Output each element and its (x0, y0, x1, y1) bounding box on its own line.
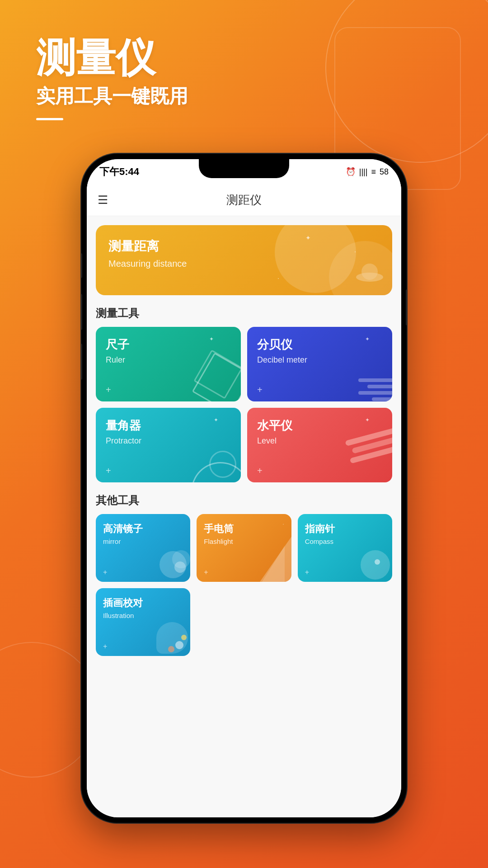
illustration-plus: + (103, 642, 107, 651)
mute-button (81, 253, 82, 278)
mirror-title: 高清镜子 (103, 522, 183, 536)
signal-icon: |||| (359, 167, 368, 177)
wifi-icon: ≡ (371, 167, 376, 177)
flashlight-title: 手电筒 (204, 522, 284, 536)
ruler-card[interactable]: 尺子 Ruler + ✦ (96, 327, 241, 401)
decibel-title: 分贝仪 (257, 337, 382, 353)
decibel-plus: + (257, 385, 263, 395)
flashlight-plus: + (204, 568, 208, 576)
volume-down-button (81, 344, 82, 380)
header-subtitle: 实用工具一键既用 (36, 84, 188, 109)
empty-slot-2 (298, 588, 392, 656)
app-title: 测距仪 (226, 192, 262, 208)
decibel-stripes (358, 376, 392, 401)
protractor-plus: + (106, 466, 111, 476)
volume-up-button (81, 294, 82, 330)
mirror-plus: + (103, 568, 107, 576)
power-button (406, 289, 407, 326)
alarm-icon: ⏰ (346, 167, 356, 177)
compass-icon (361, 550, 390, 580)
flashlight-card[interactable]: 手电筒 Flashlight + · (197, 514, 291, 582)
section-other-tools: 其他工具 (96, 493, 392, 508)
decibel-card[interactable]: 分贝仪 Decibel meter + ✦ (247, 327, 392, 401)
illustration-card[interactable]: 插画校对 Illustration + (96, 588, 190, 656)
banner-star2: · (277, 274, 279, 282)
compass-title: 指南针 (305, 522, 385, 536)
level-plus: + (257, 466, 263, 476)
illustration-sub: Illustration (103, 612, 183, 619)
protractor-sub: Protractor (106, 436, 231, 446)
empty-slot-1 (197, 588, 291, 656)
flashlight-star: · (283, 521, 284, 527)
menu-icon[interactable]: ☰ (98, 193, 108, 207)
mirror-sub: mirror (103, 538, 183, 545)
decibel-sub: Decibel meter (257, 355, 382, 365)
status-icons: ⏰ |||| ≡ 58 (346, 167, 389, 177)
protractor-circle (209, 451, 236, 478)
app-content: ✦ · · 测量距离 Measuring distance 测量工具 尺子 Ru… (87, 216, 401, 817)
protractor-star: ✦ (214, 417, 218, 423)
other-tools-grid-row1: 高清镜子 mirror + 手电筒 Flashlight + · (96, 514, 392, 582)
banner-card[interactable]: ✦ · · 测量距离 Measuring distance (96, 225, 392, 295)
status-time: 下午5:44 (99, 165, 139, 179)
measure-tools-grid: 尺子 Ruler + ✦ 分贝仪 Decibel meter + ✦ (96, 327, 392, 482)
other-tools-grid-row2: 插画校对 Illustration + (96, 588, 392, 656)
banner-icon (343, 250, 383, 291)
battery-icon: 58 (380, 167, 389, 177)
ruler-star: ✦ (209, 336, 214, 342)
app-header: ☰ 测距仪 (87, 184, 401, 216)
level-icon (338, 408, 392, 482)
phone-frame: 下午5:44 ⏰ |||| ≡ 58 ☰ 测距仪 ✦ · · 测量距离 M (81, 154, 407, 823)
decibel-star: ✦ (365, 336, 370, 342)
compass-card[interactable]: 指南针 Compass + (298, 514, 392, 582)
protractor-title: 量角器 (106, 418, 231, 434)
svg-point-1 (361, 264, 378, 280)
phone-screen: 下午5:44 ⏰ |||| ≡ 58 ☰ 测距仪 ✦ · · 测量距离 M (87, 159, 401, 817)
header-section: 测量仪 实用工具一键既用 (36, 36, 188, 120)
compass-dot (375, 559, 380, 565)
protractor-card[interactable]: 量角器 Protractor + ✦ (96, 408, 241, 482)
banner-star1: ✦ (305, 234, 311, 241)
section-measure-tools: 测量工具 (96, 306, 392, 321)
header-divider (36, 118, 63, 120)
header-title: 测量仪 (36, 36, 188, 80)
illustration-title: 插画校对 (103, 596, 183, 610)
compass-plus: + (305, 568, 309, 576)
notch (199, 159, 289, 178)
level-card[interactable]: 水平仪 Level + ✦ (247, 408, 392, 482)
ruler-plus: + (106, 385, 111, 395)
mirror-card[interactable]: 高清镜子 mirror + (96, 514, 190, 582)
compass-sub: Compass (305, 538, 385, 545)
flashlight-icon2 (262, 546, 285, 582)
bg-circle-top (325, 0, 488, 163)
